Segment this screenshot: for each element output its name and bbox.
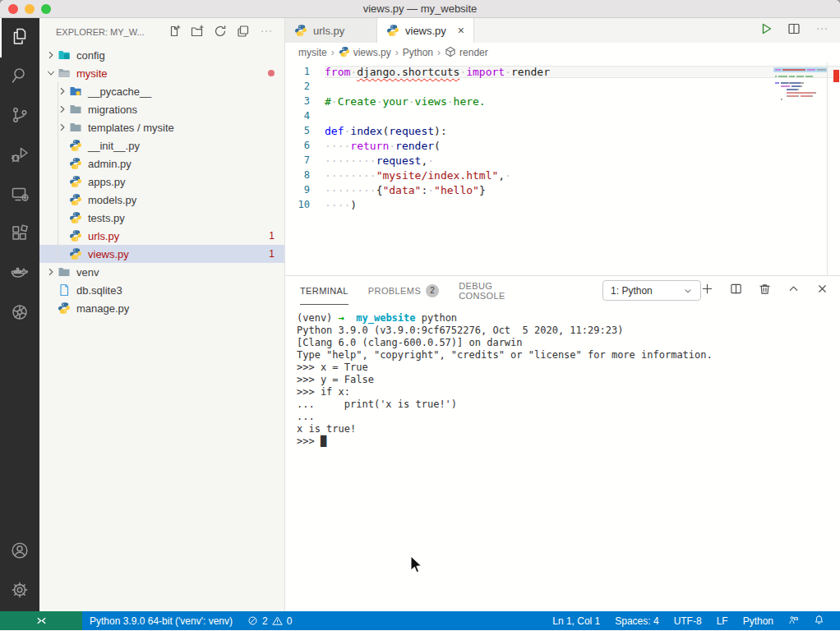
tree-item-config[interactable]: config — [39, 46, 284, 64]
tree-item--pycache-[interactable]: __pycache__ — [39, 82, 284, 100]
breadcrumb-item[interactable]: views.py — [339, 46, 391, 60]
tree-item-views-py[interactable]: views.py1 — [39, 245, 284, 263]
collapse-editors-button[interactable] — [237, 25, 250, 39]
close-window-button[interactable] — [8, 4, 18, 14]
panel-tab-problems[interactable]: PROBLEMS2 — [368, 276, 439, 305]
status-item[interactable]: Python — [736, 615, 781, 627]
breadcrumb-item[interactable]: Python — [403, 47, 433, 58]
account-icon — [10, 541, 30, 564]
bottom-panel: TERMINALPROBLEMS2DEBUG CONSOLE 1: Python… — [285, 275, 840, 611]
python-icon — [69, 211, 83, 224]
explorer-header: EXPLORER: MY_W... — [39, 18, 284, 46]
python-icon — [339, 46, 350, 60]
minimap[interactable] — [775, 69, 826, 102]
more-actions-button[interactable] — [260, 25, 273, 39]
tree-item-venv[interactable]: venv — [39, 263, 284, 281]
editor-tab-urls-py[interactable]: urls.py — [285, 18, 377, 43]
close-panel-button[interactable] — [816, 283, 828, 298]
python-icon — [58, 302, 72, 315]
code-editor[interactable]: 1from·django.shortcuts·import·render23#·… — [285, 62, 840, 275]
new-terminal-button[interactable] — [701, 283, 713, 298]
source-control-icon — [10, 105, 30, 128]
tree-item-mysite[interactable]: mysite — [39, 64, 284, 82]
status-item[interactable]: UTF-8 — [667, 615, 709, 627]
problem-count-badge: 1 — [269, 248, 275, 260]
new-file-button[interactable] — [168, 25, 181, 39]
tree-item-tests-py[interactable]: tests.py — [39, 209, 284, 227]
breadcrumb-separator: › — [437, 47, 441, 58]
database-icon — [58, 283, 72, 297]
activity-item-remote-explorer[interactable] — [0, 176, 39, 215]
activity-item-docker[interactable] — [0, 255, 39, 294]
editor-tab-views-py[interactable]: views.py× — [377, 18, 474, 43]
tree-item-migrations[interactable]: migrations — [39, 100, 284, 118]
run-button[interactable] — [759, 22, 773, 39]
tree-item-apps-py[interactable]: apps.py — [39, 173, 284, 191]
code-line: 7········request,· — [285, 153, 840, 168]
problems-status[interactable]: 2 0 — [240, 611, 299, 630]
activity-item-extensions[interactable] — [0, 215, 39, 255]
chevron-right-icon[interactable] — [56, 121, 69, 134]
more-actions-button[interactable] — [815, 22, 828, 39]
status-item[interactable]: Ln 1, Col 1 — [545, 615, 607, 627]
panel-tab-terminal[interactable]: TERMINAL — [300, 276, 348, 305]
remote-explorer-icon — [10, 184, 30, 207]
warning-icon — [272, 615, 283, 626]
close-tab-icon[interactable]: × — [458, 25, 464, 36]
breadcrumb-item[interactable]: mysite — [298, 47, 327, 58]
folder-icon — [69, 103, 83, 116]
search-icon — [10, 66, 30, 89]
activity-item-source-control[interactable] — [0, 97, 39, 136]
status-item[interactable]: Spaces: 4 — [607, 615, 666, 627]
tree-item-templates-mysite[interactable]: templates / mysite — [39, 118, 284, 136]
python-icon — [69, 139, 83, 152]
chevron-right-icon[interactable] — [56, 85, 69, 98]
remote-indicator[interactable] — [0, 611, 82, 630]
chevron-down-icon[interactable] — [44, 67, 58, 80]
new-folder-button[interactable] — [191, 25, 204, 39]
zoom-window-button[interactable] — [41, 4, 51, 14]
problem-count-badge: 1 — [269, 230, 275, 242]
activity-item-settings[interactable] — [0, 572, 39, 611]
terminal-line: >>> x = True — [297, 362, 840, 374]
tree-item-manage-py[interactable]: manage.py — [39, 299, 284, 317]
terminal-line: (venv) → my_website python — [297, 312, 840, 325]
tree-item-models-py[interactable]: models.py — [39, 191, 284, 209]
terminal-select[interactable]: 1: Python — [602, 280, 701, 301]
kill-terminal-button[interactable] — [759, 283, 771, 298]
code-line: 1from·django.shortcuts·import·render — [285, 64, 840, 79]
tree-item--init-py[interactable]: __init__.py — [39, 136, 284, 154]
chevron-right-icon[interactable] — [56, 103, 69, 116]
activity-item-run-debug[interactable] — [0, 136, 39, 176]
split-editor-button[interactable] — [787, 22, 801, 39]
breadcrumb-item[interactable]: render — [445, 46, 488, 60]
tree-item-db-sqlite3[interactable]: db.sqlite3 — [39, 281, 284, 299]
traffic-lights — [8, 4, 51, 14]
python-interpreter-status[interactable]: Python 3.9.0 64-bit ('venv': venv) — [82, 611, 240, 630]
chevron-right-icon[interactable] — [44, 48, 58, 62]
notifications-button[interactable] — [806, 615, 832, 628]
panel-tab-debug-console[interactable]: DEBUG CONSOLE — [459, 276, 514, 305]
breadcrumb: mysite›views.py›Python›render — [285, 43, 840, 62]
tree-item-admin-py[interactable]: admin.py — [39, 154, 284, 173]
vscode-window: views.py — my_website EXPLORER: MY_W... … — [0, 0, 840, 631]
minimize-window-button[interactable] — [25, 4, 35, 14]
folder-teal-icon — [58, 48, 72, 62]
activity-item-kubernetes[interactable] — [0, 294, 39, 334]
activity-item-explorer[interactable] — [0, 18, 39, 58]
status-item[interactable]: LF — [709, 615, 736, 627]
activity-item-account[interactable] — [0, 532, 39, 572]
run-icon — [759, 24, 773, 38]
line-number: 8 — [285, 169, 325, 181]
terminal-output[interactable]: (venv) → my_website pythonPython 3.9.0 (… — [285, 305, 840, 611]
feedback-button[interactable] — [781, 615, 806, 628]
line-number: 5 — [285, 125, 325, 136]
maximize-panel-button[interactable] — [787, 283, 800, 298]
python-icon — [386, 24, 400, 37]
chevron-right-icon[interactable] — [44, 265, 58, 279]
activity-item-search[interactable] — [0, 58, 39, 97]
split-terminal-button[interactable] — [730, 283, 742, 298]
code-line: 10····) — [285, 197, 840, 212]
refresh-button[interactable] — [214, 25, 227, 39]
tree-item-urls-py[interactable]: urls.py1 — [39, 227, 284, 245]
